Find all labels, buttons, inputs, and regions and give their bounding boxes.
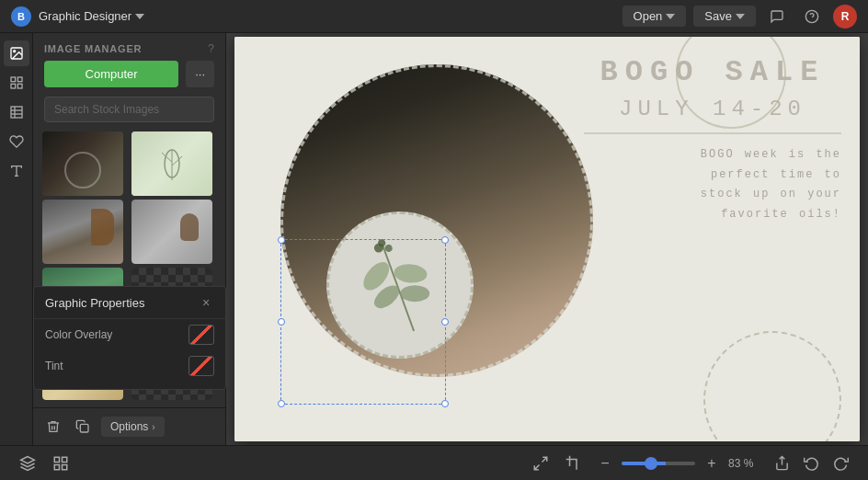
sidebar: IMAGE MANAGER ? Computer ··· [33, 33, 226, 445]
sidebar-actions: Computer ··· [33, 61, 225, 97]
svg-rect-4 [11, 77, 16, 82]
canvas-description: BOGO week is the perfect time to stock u… [584, 145, 841, 224]
graphic-props-header: Graphic Properties × [34, 287, 225, 319]
chat-icon-button[interactable] [763, 3, 791, 30]
tint-label: Tint [45, 360, 63, 372]
svg-rect-28 [54, 464, 59, 469]
svg-rect-8 [11, 107, 22, 118]
svg-rect-6 [11, 84, 16, 88]
sidebar-bottom-bar: Options › [33, 407, 225, 445]
canvas-divider [584, 132, 841, 134]
icon-bar-table[interactable] [4, 99, 29, 125]
icon-bar-heart[interactable] [4, 129, 29, 154]
topbar: B Graphic Designer Open Save R [0, 0, 868, 33]
color-overlay-label: Color Overlay [45, 328, 112, 341]
fit-icon-button[interactable] [528, 451, 554, 476]
image-thumb-2[interactable] [131, 131, 212, 196]
icon-bar-text[interactable] [4, 158, 29, 184]
delete-icon-button[interactable] [42, 416, 64, 438]
canvas-area: BOGO SALE JULY 14-20 BOGO week is the pe… [226, 33, 868, 445]
sidebar-header: IMAGE MANAGER ? [33, 33, 225, 61]
svg-rect-27 [63, 457, 67, 462]
zoom-percent: 83 % [728, 457, 761, 470]
svg-line-31 [534, 464, 539, 469]
options-button[interactable]: Options › [101, 417, 165, 437]
tint-row: Tint [34, 350, 225, 382]
undo-icon-button[interactable] [798, 451, 824, 476]
icon-bar [0, 33, 33, 445]
app-logo: B [11, 6, 31, 27]
zoom-slider[interactable] [622, 462, 695, 465]
graphic-props-title: Graphic Properties [45, 296, 144, 310]
main-area: IMAGE MANAGER ? Computer ··· [0, 33, 868, 445]
svg-rect-7 [17, 84, 22, 88]
svg-point-3 [13, 51, 15, 52]
canvas-text-area: BOGO SALE JULY 14-20 BOGO week is the pe… [584, 55, 841, 224]
grid-icon-button[interactable] [48, 451, 74, 476]
graphic-props-close-button[interactable]: × [198, 294, 214, 311]
canvas-title: BOGO SALE [584, 55, 841, 89]
svg-rect-29 [63, 464, 67, 469]
small-leaf-circle [326, 211, 474, 359]
sidebar-title: IMAGE MANAGER [44, 43, 142, 54]
share-icon-button[interactable] [769, 451, 794, 476]
svg-point-21 [400, 285, 429, 302]
zoom-out-button[interactable]: − [594, 452, 616, 474]
image-thumb-4[interactable] [131, 200, 212, 264]
svg-rect-5 [17, 77, 22, 82]
bottom-bar: − + 83 % [0, 445, 868, 480]
redo-icon-button[interactable] [828, 451, 853, 476]
duplicate-icon-button[interactable] [72, 416, 94, 438]
graphic-properties-panel: Graphic Properties × Color Overlay Tint [33, 286, 226, 390]
layers-icon-button[interactable] [15, 451, 40, 476]
app-name[interactable]: Graphic Designer [39, 9, 144, 23]
sidebar-help-icon[interactable]: ? [208, 42, 214, 55]
search-stock-input[interactable] [44, 97, 214, 122]
save-button[interactable]: Save [693, 6, 756, 27]
icon-bar-grid[interactable] [4, 70, 29, 96]
bottom-right-buttons [769, 451, 853, 476]
computer-button[interactable]: Computer [44, 61, 178, 87]
open-button[interactable]: Open [622, 6, 687, 27]
options-arrow-icon: › [152, 422, 154, 432]
svg-rect-26 [54, 457, 59, 462]
tint-swatch[interactable] [188, 356, 214, 376]
svg-line-30 [542, 457, 547, 462]
image-thumb-1[interactable] [42, 131, 123, 196]
image-thumb-3[interactable] [42, 200, 123, 264]
more-options-button[interactable]: ··· [186, 61, 214, 87]
canvas-date: JULY 14-20 [584, 97, 841, 121]
color-overlay-swatch[interactable] [188, 325, 214, 345]
icon-bar-images[interactable] [4, 40, 29, 66]
zoom-controls: − + 83 % [594, 452, 761, 474]
svg-marker-25 [21, 456, 35, 463]
zoom-in-button[interactable]: + [701, 452, 723, 474]
color-overlay-row: Color Overlay [34, 319, 225, 350]
svg-point-19 [394, 263, 428, 284]
canvas[interactable]: BOGO SALE JULY 14-20 BOGO week is the pe… [234, 37, 860, 441]
crop-icon-button[interactable] [561, 451, 587, 476]
user-avatar[interactable]: R [833, 5, 857, 29]
svg-rect-16 [80, 424, 88, 432]
help-icon-button[interactable] [798, 3, 826, 30]
